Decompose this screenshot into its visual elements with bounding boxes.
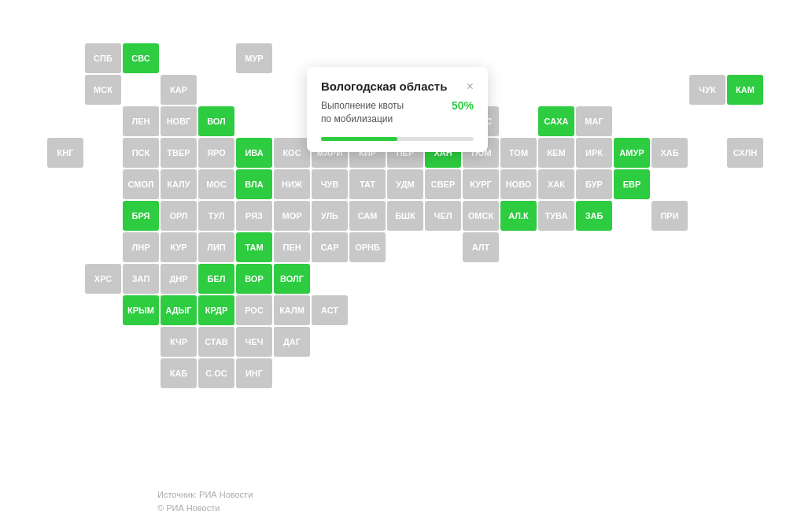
map-cell[interactable]: ТУЛ — [198, 201, 234, 231]
map-cell[interactable]: АМУР — [614, 138, 650, 168]
map-cell[interactable]: ИРК — [576, 138, 612, 168]
map-cell[interactable]: ПЕН — [274, 232, 310, 262]
map-cell[interactable]: ТАТ — [349, 169, 386, 199]
map-cell[interactable]: ТОМ — [500, 138, 537, 168]
map-cell[interactable]: КОС — [274, 138, 310, 168]
map-cell[interactable]: БШК — [387, 201, 423, 231]
map-cell[interactable]: НОВО — [500, 169, 537, 199]
cell-label: СТАВ — [205, 337, 228, 347]
map-cell[interactable]: СВС — [123, 43, 159, 73]
map-cell[interactable]: РЯЗ — [236, 201, 272, 231]
map-cell[interactable]: КЕМ — [538, 138, 574, 168]
map-cell[interactable]: ХАБ — [651, 138, 688, 168]
map-cell — [47, 232, 83, 262]
map-cell[interactable]: АСТ — [312, 295, 348, 325]
map-cell[interactable]: ИВА — [236, 138, 272, 168]
map-cell[interactable]: КАМ — [727, 75, 763, 105]
map-cell[interactable]: МАГ — [576, 106, 612, 136]
map-cell[interactable]: ОМСК — [463, 201, 499, 231]
map-cell[interactable]: УДМ — [387, 169, 423, 199]
map-cell[interactable]: СМОЛ — [123, 169, 159, 199]
map-cell — [500, 358, 537, 388]
map-cell[interactable]: КАР — [161, 75, 197, 105]
map-cell[interactable]: КАЛУ — [161, 169, 197, 199]
map-cell[interactable]: ОРЛ — [161, 201, 197, 231]
map-cell[interactable]: ЧУК — [689, 75, 725, 105]
map-cell[interactable]: КУР — [161, 232, 197, 262]
map-cell[interactable]: МСК — [85, 75, 121, 105]
map-cell[interactable]: СХЛН — [727, 138, 763, 168]
map-cell — [85, 358, 121, 388]
map-cell[interactable]: КАЛМ — [274, 295, 310, 325]
map-cell[interactable]: ДАГ — [274, 327, 310, 357]
map-cell[interactable]: СТАВ — [198, 327, 234, 357]
map-cell[interactable]: САР — [312, 232, 348, 262]
map-cell[interactable]: ВОЛ — [198, 106, 234, 136]
map-cell[interactable]: КРЫМ — [123, 295, 159, 325]
map-cell[interactable]: ИНГ — [236, 358, 272, 388]
map-cell — [576, 75, 612, 105]
map-cell[interactable]: ДНР — [161, 264, 197, 294]
map-cell[interactable]: КЧР — [161, 327, 197, 357]
map-cell[interactable]: СПБ — [85, 43, 121, 73]
map-cell[interactable]: САХА — [538, 106, 574, 136]
map-cell[interactable]: ВЛА — [236, 169, 272, 199]
map-cell[interactable]: ЛЕН — [123, 106, 159, 136]
map-cell[interactable]: ПСК — [123, 138, 159, 168]
map-cell[interactable]: ОРНБ — [349, 232, 386, 262]
map-cell[interactable]: САМ — [349, 201, 386, 231]
map-cell[interactable]: КНГ — [47, 138, 83, 168]
map-cell[interactable]: ЧУВ — [312, 169, 348, 199]
map-cell[interactable]: КАБ — [161, 358, 197, 388]
map-cell[interactable]: ВОЛГ — [274, 264, 310, 294]
map-cell[interactable]: ЗАБ — [576, 201, 612, 231]
map-cell[interactable]: АЛТ — [463, 232, 499, 262]
map-cell[interactable]: БЕЛ — [198, 264, 234, 294]
map-cell[interactable]: ЧЕЧ — [236, 327, 272, 357]
map-cell[interactable]: КРДР — [198, 295, 234, 325]
cell-label: АДЫГ — [165, 306, 191, 315]
cell-label: КРЫМ — [127, 306, 154, 315]
map-cell[interactable]: ЯРО — [198, 138, 234, 168]
map-cell[interactable]: АДЫГ — [161, 295, 197, 325]
map-cell[interactable]: МОС — [198, 169, 234, 199]
map-cell[interactable]: С.ОС — [198, 358, 234, 388]
map-cell[interactable]: НОВГ — [161, 106, 197, 136]
cell-label: САМ — [358, 211, 378, 221]
map-cell[interactable]: БРЯ — [123, 201, 159, 231]
map-cell — [727, 264, 763, 294]
map-cell[interactable]: ЗАП — [123, 264, 159, 294]
map-cell — [123, 327, 159, 357]
map-cell[interactable]: ХРС — [85, 264, 121, 294]
map-cell[interactable]: ЛНР — [123, 232, 159, 262]
cell-label: ТАМ — [245, 243, 263, 252]
map-cell — [274, 358, 310, 388]
map-cell[interactable]: ПРИ — [651, 201, 688, 231]
cell-label: ВЛА — [245, 180, 263, 189]
tooltip-close-icon[interactable]: × — [467, 80, 474, 93]
map-cell[interactable]: ТВЕР — [161, 138, 197, 168]
map-cell[interactable]: ЕВР — [614, 169, 650, 199]
map-cell[interactable]: ТАМ — [236, 232, 272, 262]
map-cell — [85, 327, 121, 357]
map-cell — [161, 43, 197, 73]
map-cell[interactable]: НИЖ — [274, 169, 310, 199]
map-cell[interactable]: МУР — [236, 43, 272, 73]
map-cell[interactable]: РОС — [236, 295, 272, 325]
map-cell[interactable]: ЧЕЛ — [425, 201, 461, 231]
tooltip-title: Вологодская область — [321, 80, 447, 93]
map-cell[interactable]: АЛ.К — [500, 201, 537, 231]
cell-label: КАР — [170, 85, 187, 95]
map-cell[interactable]: ТУВА — [538, 201, 574, 231]
map-cell[interactable]: ХАК — [538, 169, 574, 199]
map-cell[interactable]: ВОР — [236, 264, 272, 294]
cell-label: ПЕН — [282, 243, 301, 252]
map-cell[interactable]: БУР — [576, 169, 612, 199]
map-cell[interactable]: УЛЬ — [312, 201, 348, 231]
map-cell — [576, 264, 612, 294]
map-cell[interactable]: ЛИП — [198, 232, 234, 262]
map-cell[interactable]: СВЕР — [425, 169, 461, 199]
map-cell[interactable]: КУРГ — [463, 169, 499, 199]
map-cell[interactable]: МОР — [274, 201, 310, 231]
cell-label: ЛЕН — [132, 117, 150, 126]
